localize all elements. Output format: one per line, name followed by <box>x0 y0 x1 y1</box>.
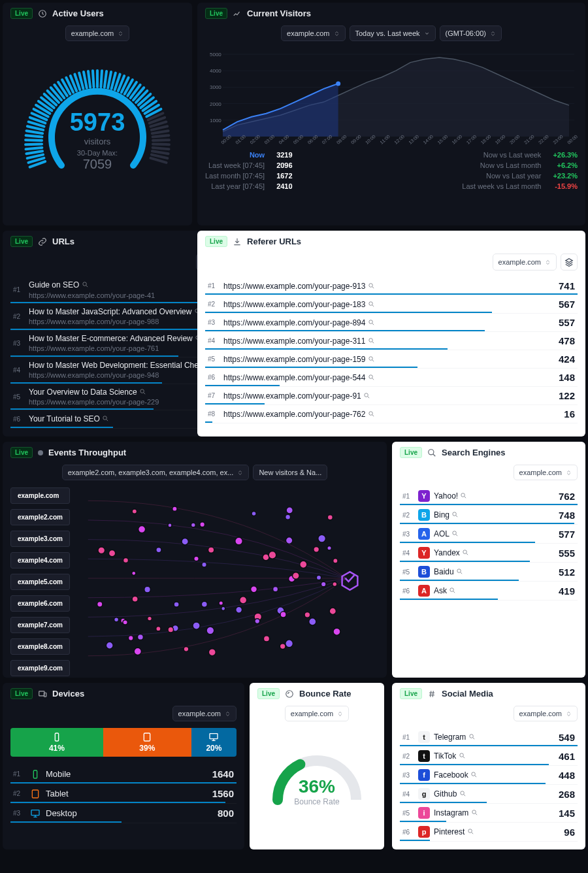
svg-rect-189 <box>44 693 46 697</box>
stat-cmp-label: Now vs Last month <box>462 161 541 169</box>
referer-row[interactable]: #6https://www.example.com/your-page-544 … <box>205 369 578 387</box>
site-dropdown[interactable]: example.com <box>514 706 578 721</box>
svg-point-198 <box>459 753 463 757</box>
site-dropdown[interactable]: example.com <box>285 706 349 721</box>
svg-line-32 <box>101 71 102 87</box>
device-row[interactable]: #2Tablet1560 <box>10 784 237 804</box>
site-dropdown[interactable]: example.com <box>172 706 237 721</box>
svg-line-54 <box>153 135 169 137</box>
svg-point-180 <box>184 647 189 652</box>
compare-dropdown[interactable]: Today vs. Last week <box>350 25 436 41</box>
live-badge: Live <box>10 236 33 247</box>
device-row[interactable]: #3Desktop800 <box>10 804 237 823</box>
stat-pct: +6.2% <box>553 161 578 169</box>
social-icon: g <box>418 788 430 800</box>
svg-point-170 <box>108 550 115 557</box>
device-row[interactable]: #1Mobile1640 <box>10 765 237 784</box>
referer-row[interactable]: #5https://www.example.com/your-page-159 … <box>205 350 578 369</box>
site-dropdown[interactable]: example.com <box>514 465 578 480</box>
rank: #1 <box>402 734 414 741</box>
social-row[interactable]: #1tTelegram 549 <box>400 728 578 747</box>
svg-point-156 <box>144 587 151 593</box>
svg-rect-191 <box>144 733 150 741</box>
svg-line-6 <box>25 144 42 144</box>
engine-name: Yahoo! <box>434 491 467 501</box>
device-value: 1640 <box>208 768 234 780</box>
referer-row[interactable]: #7https://www.example.com/your-page-91 1… <box>205 387 578 405</box>
timezone-dropdown[interactable]: (GMT-06:00) <box>440 25 502 41</box>
referer-row[interactable]: #3https://www.example.com/your-page-894 … <box>205 314 578 332</box>
svg-point-124 <box>172 506 177 511</box>
engine-value: 577 <box>549 529 575 540</box>
social-icon: t <box>418 750 430 762</box>
events-filter-dropdown[interactable]: New visitors & Na... <box>253 465 327 480</box>
social-value: 96 <box>549 827 575 838</box>
referer-row[interactable]: #4https://www.example.com/your-page-311 … <box>205 332 578 350</box>
referer-row[interactable]: #2https://www.example.com/your-page-183 … <box>205 295 578 314</box>
search-engine-row[interactable]: #6AAsk 419 <box>400 582 578 601</box>
svg-point-114 <box>193 622 200 629</box>
social-row[interactable]: #3fFacebook 448 <box>400 766 578 785</box>
svg-point-143 <box>280 612 286 618</box>
rank: #8 <box>208 410 220 418</box>
svg-point-163 <box>286 515 291 520</box>
referer-value: 557 <box>549 317 575 328</box>
svg-line-34 <box>108 72 111 88</box>
svg-point-125 <box>208 547 214 553</box>
site-dropdown[interactable]: example.com <box>281 25 345 41</box>
search-engine-row[interactable]: #5BBaidu 512 <box>400 563 578 582</box>
svg-rect-195 <box>31 810 39 815</box>
site-dropdown[interactable]: example.com <box>493 254 557 271</box>
svg-point-162 <box>240 597 247 604</box>
search-engine-row[interactable]: #4YYandex 555 <box>400 544 578 563</box>
svg-point-186 <box>457 569 461 573</box>
svg-rect-194 <box>32 790 38 798</box>
events-sites-dropdown[interactable]: example2.com, example3.com, example4.com… <box>62 465 250 480</box>
hash-icon <box>427 689 436 699</box>
stat-pct: -15.9% <box>553 182 578 190</box>
device-segment: 39% <box>103 728 191 757</box>
svg-point-182 <box>461 493 465 497</box>
svg-point-141 <box>137 634 143 640</box>
social-list: #1tTelegram 549#2tTikTok 461#3fFacebook … <box>400 728 578 842</box>
search-engine-row[interactable]: #1YYahoo! 762 <box>400 487 578 506</box>
social-row[interactable]: #5iInstagram 145 <box>400 804 578 823</box>
site-dropdown[interactable]: example.com <box>65 25 129 41</box>
chevron-updown-icon <box>566 711 572 717</box>
engine-name: Baidu <box>434 567 463 576</box>
svg-point-134 <box>286 537 293 544</box>
social-row[interactable]: #6pPinterest 96 <box>400 823 578 842</box>
rank: #6 <box>402 587 414 595</box>
stat-pct: +26.3% <box>553 151 578 159</box>
live-badge: Live <box>205 8 227 19</box>
layers-button[interactable] <box>561 254 578 271</box>
stat-value: 2410 <box>276 182 292 190</box>
chevron-updown-icon <box>118 31 123 37</box>
rank: #2 <box>208 301 220 308</box>
stat-value: 3219 <box>276 151 292 159</box>
devices-icon <box>38 689 47 699</box>
svg-point-148 <box>174 602 179 607</box>
social-name: Telegram <box>434 733 476 742</box>
referer-row[interactable]: #8https://www.example.com/your-page-762 … <box>205 405 578 423</box>
svg-point-200 <box>461 791 465 795</box>
svg-line-9 <box>26 131 42 133</box>
search-engine-row[interactable]: #2BBing 748 <box>400 506 578 525</box>
svg-point-101 <box>140 389 144 393</box>
search-engine-row[interactable]: #3AAOL 577 <box>400 525 578 544</box>
chevron-updown-icon <box>545 259 551 265</box>
social-icon: i <box>418 807 430 819</box>
social-row[interactable]: #4gGithub 268 <box>400 785 578 804</box>
bounce-card: Live Bounce Rate example.com 36% Bounce … <box>250 683 384 849</box>
stat-pct: +23.2% <box>553 172 578 180</box>
svg-point-173 <box>252 512 256 516</box>
device-pct: 39% <box>139 744 155 753</box>
engine-value: 419 <box>549 585 575 597</box>
social-row[interactable]: #2tTikTok 461 <box>400 747 578 766</box>
stat-label: Now <box>205 151 265 159</box>
devices-list: #1Mobile1640#2Tablet1560#3Desktop800 <box>10 765 237 823</box>
referer-row[interactable]: #1https://www.example.com/your-page-913 … <box>205 277 578 295</box>
svg-point-103 <box>369 283 373 287</box>
stat-value: 2096 <box>276 161 292 169</box>
link-icon <box>38 237 47 246</box>
